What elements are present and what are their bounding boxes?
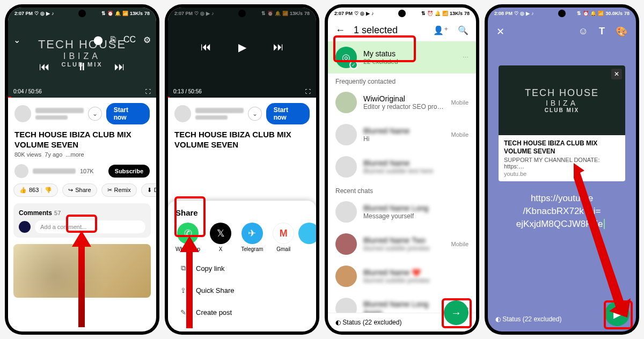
thumb-down-icon: 👎 bbox=[45, 187, 52, 194]
status-icon: ◐ bbox=[495, 315, 501, 323]
gear-icon[interactable]: ⚙ bbox=[143, 35, 151, 45]
highlight-fab bbox=[442, 298, 472, 328]
next-icon[interactable]: ⏭ bbox=[273, 41, 284, 54]
remove-preview-icon[interactable]: ✕ bbox=[611, 69, 622, 79]
share-app-telegram[interactable]: ✈ Telegram bbox=[241, 223, 263, 252]
contact-avatar bbox=[335, 124, 357, 145]
cast-icon[interactable]: ⎘ bbox=[111, 35, 116, 45]
channel-avatar-small[interactable] bbox=[14, 164, 28, 178]
video-title[interactable]: TECH HOUSE IBIZA CLUB MIX VOLUME SEVEN bbox=[168, 128, 316, 151]
section-recent: Recent chats bbox=[328, 183, 476, 196]
selected-count: 1 selected bbox=[354, 25, 398, 36]
composer-toolbar: ✕ ☺ T 🎨 bbox=[488, 19, 636, 44]
highlight-send bbox=[604, 300, 633, 329]
next-video-thumb[interactable] bbox=[13, 244, 151, 298]
text-icon[interactable]: T bbox=[599, 26, 605, 38]
prev-icon[interactable]: ⏮ bbox=[39, 61, 50, 73]
fullscreen-icon[interactable]: ⛶ bbox=[305, 89, 311, 94]
contact-row[interactable]: WiwiOriginal Editor y redactor SEO profe… bbox=[328, 86, 476, 119]
thumb-up-icon: 👍 bbox=[19, 187, 27, 194]
start-now-button[interactable]: Start now bbox=[106, 103, 150, 124]
search-icon[interactable]: 🔍 bbox=[458, 25, 469, 35]
fullscreen-icon[interactable]: ⛶ bbox=[145, 89, 151, 94]
gmail-icon: M bbox=[273, 223, 294, 244]
chat-row[interactable]: Blurred Name Two blurred subtitle previe… bbox=[328, 228, 476, 260]
back-icon[interactable]: ← bbox=[335, 25, 345, 36]
contact-avatar bbox=[335, 233, 357, 255]
add-contact-icon[interactable]: 👤⁺ bbox=[433, 25, 448, 35]
phone-1: 2:07 PM♡◎▶♪ ⇅⏰🔔📶13K/s78 TECH HOUSE IBIZA… bbox=[5, 4, 159, 335]
telegram-icon: ✈ bbox=[241, 223, 263, 244]
palette-icon[interactable]: 🎨 bbox=[616, 26, 627, 38]
contact-avatar bbox=[335, 201, 357, 223]
autoplay-toggle[interactable]: ⬤ bbox=[93, 35, 103, 45]
highlight-whatsapp bbox=[174, 196, 206, 237]
prev-icon[interactable]: ⏮ bbox=[201, 41, 211, 54]
subscribe-button[interactable]: Subscribe bbox=[108, 165, 150, 178]
download-icon: ⬇ bbox=[147, 187, 152, 194]
link-description: SUPPORT MY CHANNEL DONATE: https:… bbox=[504, 157, 620, 170]
quickshare-icon: ⇪ bbox=[178, 286, 188, 294]
copy-link-row[interactable]: ⧉Copy link bbox=[175, 260, 309, 277]
youtube-player[interactable]: 2:07 PM♡◎▶♪ ⇅⏰🔔📶13K/s78 ⏮ ▶ ⏭ 0:13 / 50:… bbox=[168, 8, 316, 98]
action-pills: 👍863|👎 ↪Share ✂Remix ⬇Do bbox=[8, 180, 156, 200]
remix-icon: ✂ bbox=[107, 187, 112, 194]
more-icon[interactable]: ⋯ bbox=[463, 54, 469, 61]
expand-icon[interactable]: ⌄ bbox=[248, 107, 261, 121]
more-icon bbox=[298, 223, 316, 244]
remix-button[interactable]: ✂Remix bbox=[101, 183, 137, 197]
youtube-player[interactable]: 2:07 PM♡◎▶♪ ⇅⏰🔔📶13K/s78 TECH HOUSE IBIZA… bbox=[8, 8, 156, 98]
share-app-more[interactable] bbox=[304, 223, 314, 244]
chevron-down-icon[interactable]: ⌄ bbox=[13, 35, 20, 45]
x-icon: 𝕏 bbox=[210, 223, 231, 244]
phone-4: 2:08 PM♡◎▶♪ ⇅⏰🔔📶30.0K/s78 ✕ ☺ T 🎨 ✕ TECH… bbox=[485, 4, 639, 335]
close-icon[interactable]: ✕ bbox=[496, 26, 504, 38]
phone-2: 2:07 PM♡◎▶♪ ⇅⏰🔔📶13K/s78 ⏮ ▶ ⏭ 0:13 / 50:… bbox=[165, 4, 319, 335]
status-icon: ◐ bbox=[335, 319, 341, 326]
expand-icon[interactable]: ⌄ bbox=[88, 107, 101, 121]
next-icon[interactable]: ⏭ bbox=[114, 61, 125, 73]
link-domain: youtu.be bbox=[504, 171, 620, 177]
chat-row[interactable]: Blurred Name Long Message yourself bbox=[328, 196, 476, 228]
channel-avatar[interactable] bbox=[14, 105, 31, 122]
chat-row[interactable]: Blurred Name ❤️ blurred subtitle preview bbox=[328, 260, 476, 292]
emoji-icon[interactable]: ☺ bbox=[579, 26, 588, 38]
createpost-icon: ✎ bbox=[178, 308, 188, 316]
contact-row[interactable]: Blurred Name Blurred subtitle text here bbox=[328, 151, 476, 183]
download-button[interactable]: ⬇Do bbox=[141, 183, 156, 197]
share-icon: ↪ bbox=[68, 187, 73, 194]
elapsed-time: 0:13 / 50:56 bbox=[173, 89, 202, 94]
svg-marker-2 bbox=[574, 163, 631, 318]
video-meta[interactable]: 80K views 7y ago ...more bbox=[8, 151, 156, 162]
cc-icon[interactable]: CC bbox=[123, 35, 136, 45]
copy-icon: ⧉ bbox=[178, 264, 188, 272]
channel-avatar[interactable] bbox=[174, 105, 191, 122]
contact-avatar bbox=[335, 156, 357, 178]
start-now-button[interactable]: Start now bbox=[266, 103, 310, 124]
highlight-share bbox=[66, 215, 97, 233]
contact-avatar bbox=[335, 92, 357, 113]
create-post-row[interactable]: ✎Create post bbox=[175, 304, 309, 321]
like-button[interactable]: 👍863|👎 bbox=[13, 183, 58, 197]
highlight-mystatus bbox=[333, 35, 416, 62]
video-overlay-title: TECH HOUSE IBIZA CLUB MIX bbox=[8, 8, 156, 98]
composer-text[interactable]: https://youtu.be /KbnacbRX72k?si= ejKxjd… bbox=[488, 189, 636, 230]
link-title: TECH HOUSE IBIZA CLUB MIX VOLUME SEVEN bbox=[504, 139, 620, 156]
subscriber-count: 107K bbox=[80, 168, 94, 174]
contact-avatar bbox=[335, 266, 357, 287]
share-button[interactable]: ↪Share bbox=[62, 183, 97, 197]
contact-row[interactable]: Blurred Name Hi Mobile bbox=[328, 119, 476, 151]
user-avatar bbox=[19, 221, 31, 233]
play-icon[interactable]: ▶ bbox=[238, 41, 246, 54]
quick-share-row[interactable]: ⇪Quick Share bbox=[175, 282, 309, 299]
section-frequent: Frequently contacted bbox=[328, 73, 476, 86]
arrow-annotation bbox=[574, 163, 633, 319]
pause-icon[interactable]: ⏸ bbox=[77, 61, 87, 73]
link-thumbnail: ✕ TECH HOUSE IBIZA CLUB MIX bbox=[499, 65, 625, 135]
phone-3: 2:07 PM♡◎▶♪ ⇅⏰🔔📶13K/s78 ← 1 selected 👤⁺ … bbox=[325, 4, 479, 335]
video-title[interactable]: TECH HOUSE IBIZA CLUB MIX VOLUME SEVEN bbox=[8, 128, 156, 151]
link-preview-card[interactable]: ✕ TECH HOUSE IBIZA CLUB MIX TECH HOUSE I… bbox=[499, 65, 625, 181]
share-app-gmail[interactable]: M Gmail bbox=[273, 223, 294, 252]
share-app-x[interactable]: 𝕏 X bbox=[210, 223, 231, 252]
elapsed-time: 0:04 / 50:56 bbox=[13, 89, 42, 94]
